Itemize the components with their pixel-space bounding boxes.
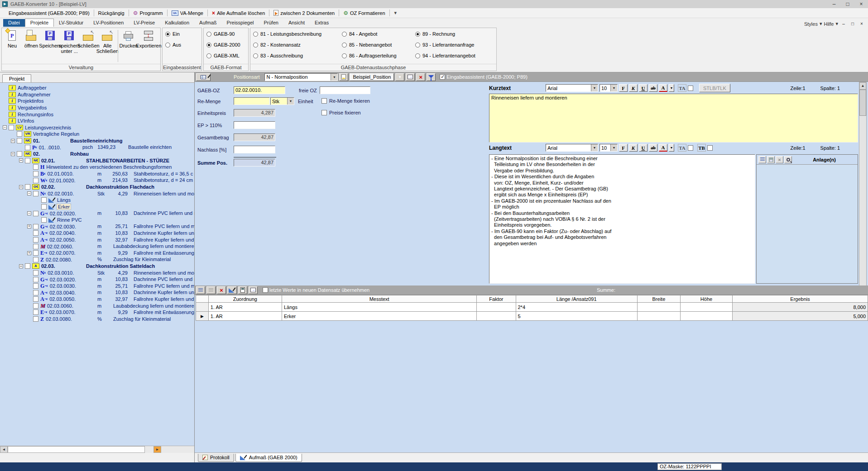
collapse-icon[interactable]: −: [11, 152, 15, 156]
collapse-icon[interactable]: −: [19, 158, 23, 162]
tree-item[interactable]: Längs: [0, 197, 194, 204]
positionsart-select[interactable]: N - Normalposition ▼: [264, 73, 338, 81]
tree-checkbox[interactable]: [33, 250, 38, 256]
tree-checkbox[interactable]: [33, 171, 38, 176]
tab-lv-positionen[interactable]: LV-Positionen: [88, 19, 129, 27]
filter-button[interactable]: [427, 73, 436, 81]
styles-menu[interactable]: Styles: [804, 21, 818, 27]
radio-gaeb-90[interactable]: [206, 32, 211, 37]
row-selector[interactable]: [196, 303, 209, 312]
collapse-icon[interactable]: −: [11, 139, 15, 143]
tab-kalkulation[interactable]: Kalkulation: [160, 19, 194, 27]
tree-item[interactable]: G+€02.03.0020.m10,83Dachrinne PVC liefer…: [0, 276, 194, 283]
radio-gaeb-2000[interactable]: [206, 43, 211, 48]
tab-aufmass-gaeb-2000[interactable]: Aufmaß (GAEB 2000): [235, 454, 302, 462]
tree-hscrollbar[interactable]: ◄ ►: [0, 446, 194, 453]
tree-checkbox[interactable]: [33, 277, 38, 282]
anlage-add-button[interactable]: [758, 156, 766, 163]
tree-item[interactable]: −G+€02.02.0020.m10,83Dachrinne PVC liefe…: [0, 210, 194, 217]
font-color-button[interactable]: A: [659, 84, 667, 92]
tree-item[interactable]: Z02.02.0080.%Zuschlag für Kleinmaterial: [0, 256, 194, 263]
ta-checkbox[interactable]: [688, 145, 693, 151]
tree-item[interactable]: +E+€02.02.0070.m9,29Fallrohre mit Entwäs…: [0, 250, 194, 257]
styles-dropdown-icon[interactable]: ▾: [820, 21, 822, 27]
tab-lv-preise[interactable]: LV-Preise: [129, 19, 160, 27]
strike-button[interactable]: ab: [649, 84, 657, 92]
tree-item[interactable]: −N€01.Baustelleneinrichtung: [0, 138, 194, 144]
preise-fixieren-checkbox[interactable]: [321, 110, 327, 115]
tree-item[interactable]: HHinweistext zu den verschiedenen Beschr…: [0, 164, 194, 171]
tree-item[interactable]: M02.02.0060.mLaubabdeckung liefern und m…: [0, 243, 194, 250]
italic-button[interactable]: K: [629, 84, 638, 92]
column-header[interactable]: Ergebnis: [733, 295, 868, 303]
window-minimize-button[interactable]: –: [827, 1, 841, 7]
re-menge-fixieren-checkbox[interactable]: [321, 98, 327, 104]
tree-item[interactable]: iProjektinfos: [0, 98, 194, 105]
tree-item[interactable]: A+€02.02.0050.m32,97Fallrohre Kupfer lie…: [0, 237, 194, 243]
vscroll-thumb[interactable]: [859, 90, 866, 116]
tree-checkbox[interactable]: [33, 296, 38, 302]
table-cell[interactable]: 8,000: [733, 303, 868, 312]
tree-item[interactable]: N€02.03.0010.Stk4,29Rinneneisen liefern …: [0, 270, 194, 276]
tab-projekte[interactable]: Projekte: [25, 19, 54, 27]
stlb-tlk-button[interactable]: STLB/TLK: [699, 84, 730, 92]
radio-82[interactable]: [253, 43, 258, 48]
column-header[interactable]: Breite: [637, 295, 680, 303]
neu-button[interactable]: Neu: [3, 29, 22, 63]
child-close-button[interactable]: ×: [858, 21, 865, 26]
table-cell[interactable]: [680, 312, 732, 321]
drucken-button[interactable]: Drucken: [119, 29, 138, 63]
tree-item[interactable]: iAuftraggeber: [0, 85, 194, 91]
tree-item[interactable]: −N€02.Rohbau: [0, 151, 194, 157]
langtext-size-select[interactable]: 10▼: [599, 144, 618, 152]
ta-checkbox[interactable]: [688, 86, 693, 91]
tree-checkbox[interactable]: [33, 224, 38, 229]
ta-button[interactable]: TA: [678, 84, 686, 92]
ep110-input[interactable]: [234, 121, 275, 129]
column-header[interactable]: Länge /Ansatz091: [516, 295, 637, 303]
oz-formatieren-button[interactable]: ⚙OZ Formatieren: [340, 9, 388, 17]
table-cell[interactable]: 1. AR: [208, 303, 282, 312]
eingabeassistent-button[interactable]: Eingabeassistent (GAEB-2000; P89): [5, 10, 93, 17]
tab-projekt[interactable]: Projekt: [2, 74, 31, 82]
tree-item[interactable]: −G€02.02.Dachkonstruktion Flachdach: [0, 184, 194, 190]
tree-checkbox[interactable]: [33, 270, 38, 276]
tree-checkbox[interactable]: [9, 125, 14, 130]
tree-checkbox[interactable]: [25, 263, 30, 269]
assistant-checkbox[interactable]: [440, 74, 445, 80]
alle-aufmasse-loeschen-button[interactable]: ×Alle Aufmaße löschen: [209, 9, 268, 17]
tree-checkbox[interactable]: [33, 290, 38, 295]
aufmass-copy-button[interactable]: [206, 286, 216, 294]
expand-icon[interactable]: +: [27, 251, 31, 255]
child-maximize-button[interactable]: □: [849, 21, 856, 26]
tab-protokoll[interactable]: Protokoll: [198, 454, 234, 462]
tree-item[interactable]: Rinne PVC: [0, 217, 194, 224]
radio-85[interactable]: [342, 43, 347, 48]
collapse-icon[interactable]: −: [19, 264, 23, 268]
aufmass-insert-button[interactable]: [196, 286, 205, 294]
table-cell[interactable]: [680, 303, 732, 312]
hilfe-menu[interactable]: Hilfe: [824, 21, 834, 27]
table-cell[interactable]: 2*4: [516, 303, 637, 312]
langtext-editor[interactable]: - Eine Normalposition ist die Beschreibu…: [489, 154, 755, 284]
re-menge-input[interactable]: [234, 97, 270, 105]
radio-94[interactable]: [415, 53, 420, 58]
tree-item[interactable]: iRechnungsinfos: [0, 111, 194, 118]
alle-schliessen-button[interactable]: ↖Alle Schließen: [98, 29, 117, 63]
table-cell[interactable]: 1. AR: [208, 312, 282, 321]
ta-button[interactable]: TA: [678, 144, 686, 152]
tab-aufmass[interactable]: Aufmaß: [194, 19, 222, 27]
tree-item[interactable]: iAuftragnehmer: [0, 91, 194, 98]
anlagen-list[interactable]: [757, 165, 858, 283]
tree-checkbox[interactable]: [17, 131, 22, 137]
tb-button[interactable]: TB: [697, 144, 706, 152]
table-cell[interactable]: [477, 312, 516, 321]
tab-datei[interactable]: Datei: [3, 19, 25, 27]
radio-83[interactable]: [253, 53, 258, 58]
expand-icon[interactable]: +: [27, 224, 31, 228]
font-dropdown-icon[interactable]: ▼: [591, 144, 598, 151]
tree-checkbox[interactable]: [33, 303, 38, 309]
collapse-icon[interactable]: −: [27, 191, 31, 195]
table-cell[interactable]: Längs: [282, 303, 477, 312]
column-header[interactable]: Zuordnung: [208, 295, 282, 303]
